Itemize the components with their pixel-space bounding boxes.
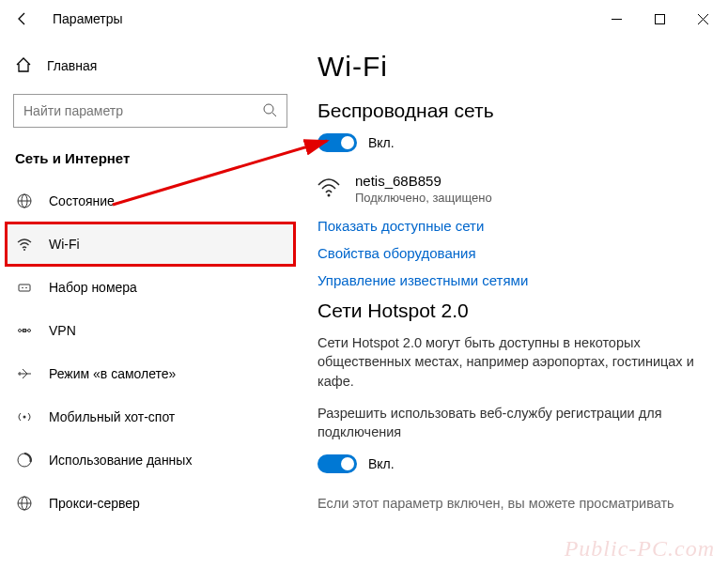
nav-dialup[interactable]: Набор номера — [6, 266, 295, 309]
tail-text: Если этот параметр включен, вы можете пр… — [318, 494, 709, 513]
sidebar: Главная Сеть и Интернет Состояние Wi-Fi … — [0, 38, 301, 569]
proxy-icon — [15, 495, 34, 512]
nav-label: VPN — [49, 323, 76, 338]
svg-point-9 — [23, 249, 25, 251]
hotspot-toggle[interactable] — [318, 454, 357, 473]
nav-wifi[interactable]: Wi-Fi — [6, 223, 295, 266]
content-pane: Wi-Fi Беспроводная сеть Вкл. netis_68B85… — [301, 38, 728, 569]
svg-point-22 — [328, 194, 331, 197]
watermark: Public-PC.com — [565, 536, 715, 561]
minimize-button[interactable] — [595, 1, 638, 37]
nav-airplane[interactable]: Режим «в самолете» — [6, 352, 295, 395]
home-nav[interactable]: Главная — [6, 47, 295, 85]
search-input[interactable] — [23, 103, 262, 118]
permit-label: Разрешить использовать веб-службу регист… — [318, 404, 709, 442]
svg-point-13 — [19, 330, 22, 332]
wifi-signal-icon — [318, 177, 342, 202]
wifi-toggle[interactable] — [318, 133, 357, 152]
wifi-icon — [15, 236, 34, 253]
nav-label: Wi-Fi — [49, 237, 80, 252]
back-button[interactable] — [4, 0, 41, 38]
current-network[interactable]: netis_68B859 Подключено, защищено — [318, 173, 709, 205]
nav-label: Набор номера — [49, 280, 137, 295]
svg-point-12 — [25, 287, 27, 289]
link-show-networks[interactable]: Показать доступные сети — [318, 218, 709, 234]
search-icon — [262, 102, 277, 120]
home-label: Главная — [47, 58, 97, 73]
svg-line-5 — [272, 113, 276, 116]
section-title: Сеть и Интернет — [6, 145, 295, 179]
svg-rect-1 — [655, 14, 664, 23]
window-title: Параметры — [53, 11, 123, 26]
dialup-icon — [15, 279, 34, 296]
svg-rect-10 — [19, 284, 30, 291]
nav-label: Состояние — [49, 193, 115, 208]
hotspot-toggle-label: Вкл. — [368, 456, 395, 471]
airplane-icon — [15, 365, 34, 382]
globe-icon — [15, 192, 34, 209]
nav-hotspot[interactable]: Мобильный хот-спот — [6, 395, 295, 438]
svg-point-11 — [22, 287, 23, 289]
nav-label: Использование данных — [49, 453, 192, 468]
nav-proxy[interactable]: Прокси-сервер — [6, 482, 295, 525]
nav-vpn[interactable]: VPN — [6, 309, 295, 352]
nav-datausage[interactable]: Использование данных — [6, 438, 295, 482]
nav-label: Режим «в самолете» — [49, 366, 176, 381]
hotspot-subheading: Сети Hotspot 2.0 — [318, 300, 709, 322]
search-box[interactable] — [13, 94, 287, 128]
nav-status[interactable]: Состояние — [6, 179, 295, 223]
svg-point-17 — [23, 416, 26, 419]
nav-label: Мобильный хот-спот — [49, 409, 175, 424]
home-icon — [15, 56, 32, 76]
link-hardware-props[interactable]: Свойства оборудования — [318, 245, 709, 261]
close-button[interactable] — [681, 1, 724, 37]
maximize-button[interactable] — [638, 1, 681, 37]
svg-point-4 — [264, 104, 273, 114]
network-name: netis_68B859 — [355, 173, 492, 189]
wireless-subheading: Беспроводная сеть — [318, 100, 709, 122]
vpn-icon — [15, 322, 34, 339]
page-heading: Wi-Fi — [318, 51, 709, 83]
wifi-toggle-label: Вкл. — [368, 135, 395, 150]
link-manage-known[interactable]: Управление известными сетями — [318, 272, 709, 288]
network-status: Подключено, защищено — [355, 191, 492, 205]
hotspot-icon — [15, 408, 34, 425]
svg-point-14 — [28, 330, 31, 332]
nav-label: Прокси-сервер — [49, 496, 140, 511]
hotspot-description: Сети Hotspot 2.0 могут быть доступны в н… — [318, 333, 709, 391]
nav-list: Состояние Wi-Fi Набор номера VPN Режим «… — [6, 179, 295, 525]
datausage-icon — [15, 452, 34, 469]
